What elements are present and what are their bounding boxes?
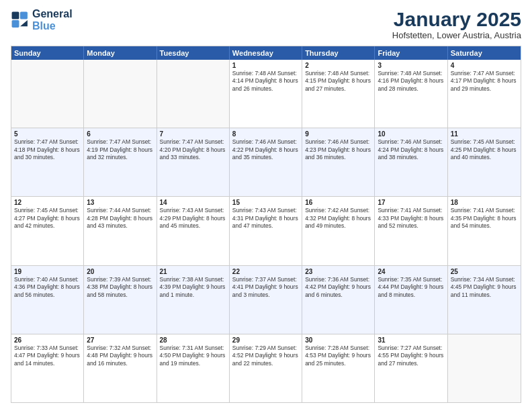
day-number: 22 [232,268,299,275]
day-content: Sunrise: 7:41 AM Sunset: 4:35 PM Dayligh… [451,207,518,230]
day-number: 28 [160,336,226,344]
location: Hofstetten, Lower Austria, Austria [392,30,521,40]
day-number: 29 [232,336,299,344]
header-day-tuesday: Tuesday [157,46,230,60]
day-content: Sunrise: 7:47 AM Sunset: 4:19 PM Dayligh… [87,138,153,161]
day-content: Sunrise: 7:47 AM Sunset: 4:18 PM Dayligh… [14,138,81,161]
day-content: Sunrise: 7:42 AM Sunset: 4:32 PM Dayligh… [305,207,371,230]
day-cell-17: 17Sunrise: 7:41 AM Sunset: 4:33 PM Dayli… [375,197,447,265]
day-cell-19: 19Sunrise: 7:40 AM Sunset: 4:36 PM Dayli… [11,266,84,334]
day-content: Sunrise: 7:45 AM Sunset: 4:27 PM Dayligh… [14,207,81,230]
calendar-week-5: 26Sunrise: 7:33 AM Sunset: 4:47 PM Dayli… [11,334,521,402]
day-cell-1: 1Sunrise: 7:48 AM Sunset: 4:14 PM Daylig… [230,60,302,128]
empty-cell [84,60,157,128]
title-area: January 2025 Hofstetten, Lower Austria, … [392,8,521,40]
day-cell-8: 8Sunrise: 7:46 AM Sunset: 4:22 PM Daylig… [230,128,302,196]
calendar-week-1: 1Sunrise: 7:48 AM Sunset: 4:14 PM Daylig… [11,60,521,128]
day-content: Sunrise: 7:27 AM Sunset: 4:55 PM Dayligh… [378,345,444,367]
calendar-page: General Blue January 2025 Hofstetten, Lo… [0,0,532,411]
day-number: 15 [232,199,299,206]
day-content: Sunrise: 7:34 AM Sunset: 4:45 PM Dayligh… [451,276,518,299]
empty-cell [157,60,230,128]
day-cell-12: 12Sunrise: 7:45 AM Sunset: 4:27 PM Dayli… [11,197,84,265]
day-cell-25: 25Sunrise: 7:34 AM Sunset: 4:45 PM Dayli… [448,266,521,334]
day-number: 6 [87,130,153,138]
calendar-week-4: 19Sunrise: 7:40 AM Sunset: 4:36 PM Dayli… [11,265,521,334]
page-header: General Blue January 2025 Hofstetten, Lo… [11,8,521,40]
day-content: Sunrise: 7:32 AM Sunset: 4:48 PM Dayligh… [87,345,153,367]
header-day-sunday: Sunday [11,46,84,60]
day-cell-7: 7Sunrise: 7:47 AM Sunset: 4:20 PM Daylig… [157,128,230,196]
empty-cell [448,334,521,402]
day-cell-18: 18Sunrise: 7:41 AM Sunset: 4:35 PM Dayli… [448,197,521,265]
day-content: Sunrise: 7:46 AM Sunset: 4:23 PM Dayligh… [305,138,371,161]
day-number: 7 [160,130,226,138]
day-cell-21: 21Sunrise: 7:38 AM Sunset: 4:39 PM Dayli… [157,266,230,334]
day-content: Sunrise: 7:28 AM Sunset: 4:53 PM Dayligh… [305,345,371,367]
header-day-monday: Monday [84,46,157,60]
day-content: Sunrise: 7:43 AM Sunset: 4:29 PM Dayligh… [160,207,226,230]
day-content: Sunrise: 7:47 AM Sunset: 4:20 PM Dayligh… [160,138,226,161]
day-cell-29: 29Sunrise: 7:29 AM Sunset: 4:52 PM Dayli… [230,334,302,402]
svg-rect-1 [20,11,28,19]
day-number: 4 [451,62,518,69]
day-cell-5: 5Sunrise: 7:47 AM Sunset: 4:18 PM Daylig… [11,128,84,196]
logo: General Blue [11,8,73,32]
day-number: 16 [305,199,371,206]
header-day-wednesday: Wednesday [230,46,302,60]
day-cell-26: 26Sunrise: 7:33 AM Sunset: 4:47 PM Dayli… [11,334,84,402]
day-number: 27 [87,336,153,344]
day-cell-11: 11Sunrise: 7:45 AM Sunset: 4:25 PM Dayli… [448,128,521,196]
day-number: 17 [378,199,444,206]
day-number: 13 [87,199,153,206]
logo-text: General Blue [32,8,73,32]
day-content: Sunrise: 7:36 AM Sunset: 4:42 PM Dayligh… [305,276,371,299]
day-cell-10: 10Sunrise: 7:46 AM Sunset: 4:24 PM Dayli… [375,128,447,196]
day-content: Sunrise: 7:37 AM Sunset: 4:41 PM Dayligh… [232,276,299,299]
day-number: 11 [451,130,518,138]
day-number: 31 [378,336,444,344]
day-content: Sunrise: 7:43 AM Sunset: 4:31 PM Dayligh… [232,207,299,230]
day-content: Sunrise: 7:46 AM Sunset: 4:24 PM Dayligh… [378,138,444,161]
day-number: 2 [305,62,371,69]
month-title: January 2025 [392,8,521,30]
empty-cell [11,60,84,128]
day-cell-20: 20Sunrise: 7:39 AM Sunset: 4:38 PM Dayli… [84,266,157,334]
day-number: 18 [451,199,518,206]
day-cell-31: 31Sunrise: 7:27 AM Sunset: 4:55 PM Dayli… [375,334,447,402]
day-content: Sunrise: 7:41 AM Sunset: 4:33 PM Dayligh… [378,207,444,230]
day-content: Sunrise: 7:48 AM Sunset: 4:14 PM Dayligh… [232,70,299,93]
day-number: 30 [305,336,371,344]
day-number: 20 [87,268,153,275]
day-cell-14: 14Sunrise: 7:43 AM Sunset: 4:29 PM Dayli… [157,197,230,265]
day-content: Sunrise: 7:38 AM Sunset: 4:39 PM Dayligh… [160,276,226,299]
day-cell-28: 28Sunrise: 7:31 AM Sunset: 4:50 PM Dayli… [157,334,230,402]
svg-marker-3 [20,20,28,26]
day-cell-2: 2Sunrise: 7:48 AM Sunset: 4:15 PM Daylig… [302,60,375,128]
day-cell-22: 22Sunrise: 7:37 AM Sunset: 4:41 PM Dayli… [230,266,302,334]
header-day-friday: Friday [375,46,447,60]
day-content: Sunrise: 7:48 AM Sunset: 4:16 PM Dayligh… [378,70,444,93]
day-content: Sunrise: 7:35 AM Sunset: 4:44 PM Dayligh… [378,276,444,299]
day-cell-9: 9Sunrise: 7:46 AM Sunset: 4:23 PM Daylig… [302,128,375,196]
day-content: Sunrise: 7:40 AM Sunset: 4:36 PM Dayligh… [14,276,81,299]
day-cell-6: 6Sunrise: 7:47 AM Sunset: 4:19 PM Daylig… [84,128,157,196]
day-number: 5 [14,130,81,138]
day-number: 12 [14,199,81,206]
calendar: SundayMondayTuesdayWednesdayThursdayFrid… [11,46,521,403]
day-number: 14 [160,199,226,206]
day-cell-30: 30Sunrise: 7:28 AM Sunset: 4:53 PM Dayli… [302,334,375,402]
day-number: 25 [451,268,518,275]
logo-icon [11,11,30,30]
header-day-saturday: Saturday [448,46,521,60]
day-content: Sunrise: 7:29 AM Sunset: 4:52 PM Dayligh… [232,345,299,367]
day-number: 1 [232,62,299,69]
calendar-week-2: 5Sunrise: 7:47 AM Sunset: 4:18 PM Daylig… [11,128,521,196]
day-content: Sunrise: 7:47 AM Sunset: 4:17 PM Dayligh… [451,70,518,93]
day-number: 10 [378,130,444,138]
day-content: Sunrise: 7:45 AM Sunset: 4:25 PM Dayligh… [451,138,518,161]
day-number: 23 [305,268,371,275]
day-content: Sunrise: 7:46 AM Sunset: 4:22 PM Dayligh… [232,138,299,161]
day-cell-3: 3Sunrise: 7:48 AM Sunset: 4:16 PM Daylig… [375,60,447,128]
day-cell-23: 23Sunrise: 7:36 AM Sunset: 4:42 PM Dayli… [302,266,375,334]
